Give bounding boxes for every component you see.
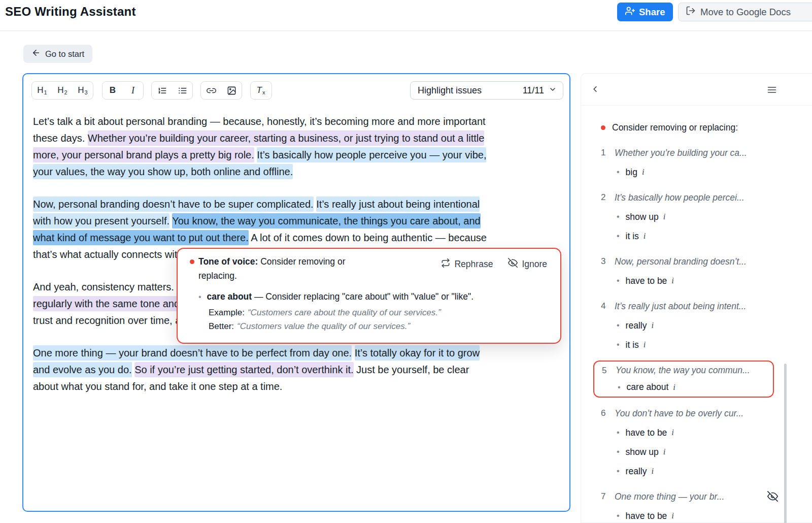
issue-fragment[interactable]: Now, personal branding doesn’t...	[615, 256, 747, 267]
info-icon[interactable]: i	[644, 231, 646, 241]
heading-1-button[interactable]: H1	[32, 82, 52, 99]
info-icon[interactable]: i	[671, 511, 674, 521]
info-icon[interactable]: i	[673, 382, 675, 393]
keyword-row[interactable]: •reallyi	[581, 316, 812, 335]
scrollbar[interactable]	[784, 364, 787, 523]
issue-fragment[interactable]: It’s basically how people percei...	[615, 192, 745, 203]
highlight-segment[interactable]: and evolve as you do.	[33, 362, 132, 377]
highlight-segment[interactable]: So if you’re just getting started, don’t…	[134, 362, 353, 377]
highlight-segment[interactable]: It’s totally okay for it to grow	[355, 345, 480, 361]
better-quote: “Customers value the quality of our serv…	[237, 321, 410, 331]
keyword-text[interactable]: big	[626, 167, 637, 178]
share-button[interactable]: Share	[617, 3, 673, 21]
highlight-segment[interactable]: with how you present yourself.	[33, 213, 170, 228]
clear-formatting-button[interactable]: Tx	[251, 82, 271, 99]
rephrase-button[interactable]: Rephrase	[441, 258, 493, 270]
page-title: SEO Writing Assistant	[5, 5, 136, 19]
highlight-segment[interactable]: It’s basically how people perceive you —…	[257, 147, 486, 162]
issue-fragment-row[interactable]: 2It’s basically how people percei...	[581, 188, 812, 207]
sidebar-topbar	[581, 74, 812, 106]
eye-off-icon[interactable]	[767, 491, 778, 504]
highlight-segment[interactable]: more, your personal brand plays a pretty…	[33, 147, 254, 162]
heading-3-button[interactable]: H3	[73, 82, 93, 99]
issue-fragment-row[interactable]: 5You know, the way you commun...	[594, 362, 773, 379]
keyword-text[interactable]: have to be	[626, 428, 667, 438]
italic-button[interactable]: I	[123, 82, 143, 99]
paragraph: Let’s talk a bit about personal branding…	[33, 113, 563, 180]
issue-popup: Tone of voice: Consider removing or repl…	[177, 248, 561, 344]
keyword-row[interactable]: •bigi	[581, 162, 812, 182]
keyword-text[interactable]: show up	[626, 212, 659, 222]
popup-suggestion: •care about — Consider replacing "care a…	[198, 291, 473, 302]
keyword-text[interactable]: it is	[626, 231, 639, 242]
better-label: Better:	[209, 321, 234, 331]
keyword-row[interactable]: •reallyi	[581, 462, 812, 481]
bullet: •	[617, 428, 620, 437]
keyword-row[interactable]: •it isi	[581, 226, 812, 246]
bold-button[interactable]: B	[103, 82, 123, 99]
example-label: Example:	[209, 308, 245, 317]
info-icon[interactable]: i	[663, 212, 666, 222]
image-button[interactable]	[221, 82, 242, 99]
menu-button[interactable]	[767, 85, 777, 96]
keyword-row[interactable]: •show upi	[581, 442, 812, 462]
editor-line: and evolve as you do. So if you’re just …	[33, 362, 563, 378]
go-to-start-button[interactable]: Go to start	[23, 45, 92, 63]
keyword-row[interactable]: •care abouti	[594, 379, 773, 396]
keyword-text[interactable]: have to be	[626, 276, 667, 286]
info-icon[interactable]: i	[671, 428, 674, 438]
issue-fragment[interactable]: You know, the way you commun...	[616, 365, 750, 376]
highlight-segment[interactable]: your values, the way you show up, both o…	[33, 164, 293, 179]
issue-fragment[interactable]: One more thing — your br...	[615, 492, 724, 502]
issue-fragment[interactable]: It’s really just about being intent...	[615, 301, 746, 312]
highlight-segment[interactable]: what kind of message you want to put out…	[33, 230, 249, 245]
heading-2-button[interactable]: H2	[52, 82, 73, 99]
issue-list: 1Whether you’re building your ca...•bigi…	[581, 143, 812, 523]
keyword-text[interactable]: really	[626, 320, 647, 331]
link-button[interactable]	[201, 82, 221, 99]
collapse-sidebar-button[interactable]	[590, 84, 600, 95]
issue-fragment-row[interactable]: 4It’s really just about being intent...	[581, 297, 812, 316]
heading-button-group: H1H2H3	[31, 81, 93, 100]
info-icon[interactable]: i	[651, 466, 654, 476]
keyword-row[interactable]: •have to bei	[581, 271, 812, 290]
keyword-text[interactable]: show up	[626, 447, 659, 457]
issue-fragment-row[interactable]: 3Now, personal branding doesn’t...	[581, 252, 812, 271]
move-to-google-docs-button[interactable]: Move to Google Docs	[678, 3, 812, 21]
highlight-segment[interactable]: Whether you’re building your career, sta…	[88, 130, 485, 146]
highlight-segment[interactable]: You know, the way you communicate, the t…	[172, 213, 480, 228]
info-icon[interactable]: i	[671, 276, 674, 286]
keyword-text[interactable]: care about	[627, 382, 669, 393]
issue-fragment[interactable]: Whether you’re building your ca...	[615, 148, 747, 158]
keyword-text[interactable]: have to be	[626, 511, 667, 521]
highlight-segment[interactable]: One more thing — your brand doesn’t have…	[33, 345, 352, 361]
keyword-row[interactable]: •have to bei	[581, 506, 812, 523]
sidebar-scroll-area[interactable]: Consider removing or replacing: 1Whether…	[581, 106, 812, 523]
keyword-row[interactable]: •it isi	[581, 335, 812, 354]
ignore-button[interactable]: Ignore	[508, 258, 547, 270]
clear-formatting-glyph: T	[257, 85, 262, 95]
bullet: •	[617, 321, 620, 330]
issues-sidebar: Consider removing or replacing: 1Whether…	[581, 73, 812, 523]
keyword-text[interactable]: it is	[626, 340, 639, 350]
editor-line: Now, personal branding doesn’t have to b…	[33, 196, 563, 213]
keyword-text[interactable]: really	[626, 466, 647, 477]
issue-fragment[interactable]: You don’t have to be overly cur...	[615, 408, 743, 419]
issue-fragment-row[interactable]: 1Whether you’re building your ca...	[581, 143, 812, 162]
info-icon[interactable]: i	[663, 447, 666, 457]
image-icon	[227, 86, 236, 95]
info-icon[interactable]: i	[651, 320, 654, 331]
issue-fragment-row[interactable]: 6You don’t have to be overly cur...	[581, 404, 812, 423]
ordered-list-button[interactable]	[152, 82, 172, 99]
highlight-segment[interactable]: It’s really just about being intentional	[316, 197, 480, 212]
keyword-row[interactable]: •have to bei	[581, 423, 812, 442]
info-icon[interactable]: i	[644, 340, 646, 350]
highlight-segment[interactable]: Now, personal branding doesn’t have to b…	[33, 197, 314, 212]
highlight-issues-dropdown[interactable]: Highlight issues 11/11	[410, 81, 563, 100]
info-icon[interactable]: i	[642, 167, 645, 177]
issue-fragment-row[interactable]: 7One more thing — your br...	[581, 487, 812, 506]
editor-line: what kind of message you want to put out…	[33, 230, 563, 246]
list-button-group	[151, 81, 193, 100]
bullet-list-button[interactable]	[172, 82, 192, 99]
keyword-row[interactable]: •show upi	[581, 207, 812, 226]
